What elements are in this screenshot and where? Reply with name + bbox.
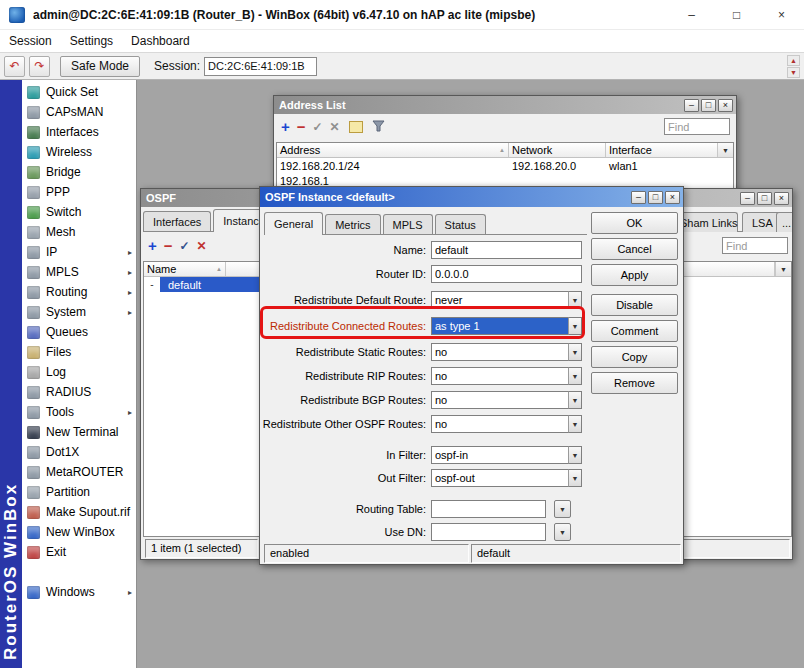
sidebar-item-make-supout[interactable]: Make Supout.rif xyxy=(22,502,136,522)
dropdown-icon[interactable]: ▼ xyxy=(568,317,582,335)
menu-dashboard[interactable]: Dashboard xyxy=(122,34,199,48)
sidebar-item-log[interactable]: Log xyxy=(22,362,136,382)
disable-button[interactable]: Disable xyxy=(591,294,678,316)
minimize-button[interactable]: – xyxy=(669,0,714,30)
close-button[interactable]: × xyxy=(759,0,804,30)
redistribute-rip-routes-combo[interactable]: no ▼ xyxy=(431,367,582,385)
enable-button[interactable]: ✓ xyxy=(313,119,323,135)
sidebar-item-exit[interactable]: Exit xyxy=(22,542,136,562)
dropdown-icon[interactable]: ▼ xyxy=(568,291,582,309)
comment-icon[interactable] xyxy=(349,121,363,133)
menu-settings[interactable]: Settings xyxy=(61,34,122,48)
sidebar-item-mesh[interactable]: Mesh xyxy=(22,222,136,242)
session-input[interactable] xyxy=(204,57,317,76)
sidebar-item-radius[interactable]: RADIUS xyxy=(22,382,136,402)
dropdown-icon[interactable]: ▼ xyxy=(568,446,582,464)
column-header-address[interactable]: Address▲ xyxy=(277,143,509,157)
sidebar-item-ip[interactable]: IP▸ xyxy=(22,242,136,262)
safe-mode-button[interactable]: Safe Mode xyxy=(60,56,140,77)
sidebar-item-system[interactable]: System▸ xyxy=(22,302,136,322)
sidebar-item-partition[interactable]: Partition xyxy=(22,482,136,502)
sidebar-item-new-winbox[interactable]: New WinBox xyxy=(22,522,136,542)
sidebar-item-windows[interactable]: Windows▸ xyxy=(22,582,136,602)
dropdown-icon[interactable]: ▼ xyxy=(568,469,582,487)
redistribute-static-routes-combo[interactable]: no ▼ xyxy=(431,343,582,361)
tab-status[interactable]: Status xyxy=(435,214,486,234)
column-header-interface[interactable]: Interface xyxy=(606,143,717,157)
filter-icon[interactable] xyxy=(372,119,385,135)
dropdown-icon[interactable]: ▼ xyxy=(568,343,582,361)
sidebar-item-dot1x[interactable]: Dot1X xyxy=(22,442,136,462)
dropdown-icon[interactable]: ▼ xyxy=(568,367,582,385)
add-button[interactable]: + xyxy=(148,238,157,254)
address-list-titlebar[interactable]: Address List – □ × xyxy=(274,96,736,114)
sidebar-item-capsman[interactable]: CAPsMAN xyxy=(22,102,136,122)
out-filter-combo[interactable]: ospf-out ▼ xyxy=(431,469,582,487)
redistribute-default-route-combo[interactable]: never ▼ xyxy=(431,291,582,309)
disable-button[interactable]: ✕ xyxy=(197,238,207,254)
copy-button[interactable]: Copy xyxy=(591,346,678,368)
sidebar-item-interfaces[interactable]: Interfaces xyxy=(22,122,136,142)
minimize-button[interactable]: – xyxy=(684,99,699,112)
undo-icon[interactable]: ↶ xyxy=(4,56,25,77)
sidebar-item-switch[interactable]: Switch xyxy=(22,202,136,222)
enable-button[interactable]: ✓ xyxy=(180,238,190,254)
dropdown-icon[interactable]: ▼ xyxy=(568,415,582,433)
dropdown-icon[interactable]: ▼ xyxy=(568,391,582,409)
sidebar-item-bridge[interactable]: Bridge xyxy=(22,162,136,182)
routing-table-dropdown-icon[interactable]: ▼ xyxy=(554,500,571,518)
tab-general[interactable]: General xyxy=(264,212,323,235)
column-select-dropdown-icon[interactable]: ▼ xyxy=(717,143,733,157)
tab-more[interactable]: ... xyxy=(776,212,793,232)
use-dn-dropdown-icon[interactable]: ▼ xyxy=(554,523,571,541)
routing-table-combo[interactable] xyxy=(431,500,546,518)
tab-interfaces[interactable]: Interfaces xyxy=(143,211,211,231)
close-button[interactable]: × xyxy=(718,99,733,112)
sidebar-item-files[interactable]: Files xyxy=(22,342,136,362)
indicator-up-icon[interactable]: ▲ xyxy=(787,55,800,66)
redistribute-other-ospf-routes-combo[interactable]: no ▼ xyxy=(431,415,582,433)
sidebar-item-routing[interactable]: Routing▸ xyxy=(22,282,136,302)
column-header-network[interactable]: Network xyxy=(509,143,606,157)
close-button[interactable]: × xyxy=(774,192,789,205)
maximize-button[interactable]: □ xyxy=(701,99,716,112)
minimize-button[interactable]: – xyxy=(631,191,646,204)
maximize-button[interactable]: □ xyxy=(714,0,759,30)
redistribute-connected-routes-combo[interactable]: as type 1 ▼ xyxy=(431,317,582,335)
maximize-button[interactable]: □ xyxy=(648,191,663,204)
address-row[interactable]: 192.168.20.1/24 192.168.20.0 wlan1 xyxy=(277,158,733,173)
redo-icon[interactable]: ↷ xyxy=(29,56,50,77)
find-input[interactable] xyxy=(664,118,730,135)
minimize-button[interactable]: – xyxy=(740,192,755,205)
maximize-button[interactable]: □ xyxy=(757,192,772,205)
indicator-down-icon[interactable]: ▼ xyxy=(787,67,800,78)
sidebar-item-mpls[interactable]: MPLS▸ xyxy=(22,262,136,282)
tab-metrics[interactable]: Metrics xyxy=(325,214,380,234)
column-header-name[interactable]: Name▲ xyxy=(144,262,226,276)
remove-button[interactable]: − xyxy=(297,119,306,135)
sidebar-item-metarouter[interactable]: MetaROUTER xyxy=(22,462,136,482)
comment-button[interactable]: Comment xyxy=(591,320,678,342)
name-input[interactable] xyxy=(431,241,582,259)
sidebar-item-quick-set[interactable]: Quick Set xyxy=(22,82,136,102)
find-input[interactable] xyxy=(722,237,788,254)
menu-session[interactable]: Session xyxy=(0,34,61,48)
remove-button[interactable]: − xyxy=(164,238,173,254)
sidebar-item-new-terminal[interactable]: New Terminal xyxy=(22,422,136,442)
apply-button[interactable]: Apply xyxy=(591,264,678,286)
sidebar-item-queues[interactable]: Queues xyxy=(22,322,136,342)
router-id-input[interactable] xyxy=(431,265,582,283)
cancel-button[interactable]: Cancel xyxy=(591,238,678,260)
remove-button[interactable]: Remove xyxy=(591,372,678,394)
in-filter-combo[interactable]: ospf-in ▼ xyxy=(431,446,582,464)
redistribute-bgp-routes-combo[interactable]: no ▼ xyxy=(431,391,582,409)
disable-button[interactable]: ✕ xyxy=(330,119,340,135)
add-button[interactable]: + xyxy=(281,119,290,135)
tab-mpls[interactable]: MPLS xyxy=(383,214,433,234)
dialog-titlebar[interactable]: OSPF Instance <default> – □ × xyxy=(260,187,683,207)
sidebar-item-ppp[interactable]: PPP xyxy=(22,182,136,202)
sidebar-item-tools[interactable]: Tools▸ xyxy=(22,402,136,422)
sidebar-item-wireless[interactable]: Wireless xyxy=(22,142,136,162)
close-button[interactable]: × xyxy=(665,191,680,204)
column-select-dropdown-icon[interactable]: ▼ xyxy=(775,262,791,276)
